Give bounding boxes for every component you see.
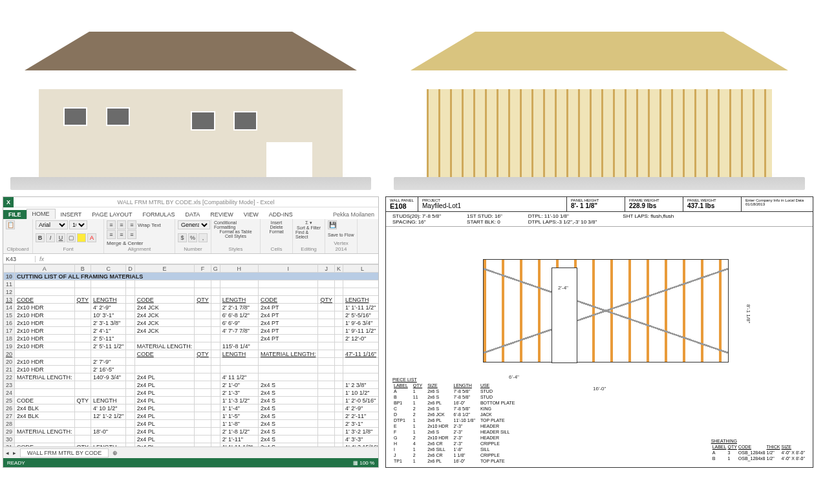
cond-fmt-button[interactable]: Conditional Formatting	[214, 220, 257, 229]
tab-data[interactable]: DATA	[180, 210, 206, 219]
worksheet[interactable]: ABCDEFGHIJKL10CUTTING LIST OF ALL FRAMIN…	[3, 264, 378, 446]
piece-list: PIECE LIST LABELQTYSIZELENGTHUSEA12x6 S7…	[392, 377, 520, 465]
currency-button[interactable]: $	[178, 233, 187, 242]
group-alignment: Alignment	[107, 246, 172, 252]
sheet-tab[interactable]: WALL FRM MTRL BY CODE	[20, 448, 109, 457]
tab-addins[interactable]: ADD-INS	[264, 210, 298, 219]
excel-doc-title: WALL FRM MTRL BY CODE.xls [Compatibility…	[14, 199, 378, 205]
drawing-date: 01/18/2013	[745, 202, 809, 206]
formula-input[interactable]	[48, 255, 378, 264]
sheet-nav-prev[interactable]: ◂	[6, 450, 9, 456]
drawing-info-row: STUDS(20): 7'-8 5/8"SPACING: 16" 1ST STU…	[386, 212, 813, 227]
frame-weight: 228.9 lbs	[629, 202, 656, 209]
view-normal-button[interactable]: ▦	[353, 460, 358, 466]
elevation-canvas: 16'-0" 8'-1 1/8" 2'-4" 6'-4" PIECE LIST …	[386, 227, 813, 467]
bold-button[interactable]: B	[36, 233, 45, 242]
border-button[interactable]: ▢	[67, 233, 76, 242]
zoom-level[interactable]: 100 %	[359, 460, 374, 466]
paste-button[interactable]: 📋	[6, 220, 15, 229]
status-text: READY	[7, 460, 25, 466]
excel-user[interactable]: Pekka Moilanen	[329, 210, 378, 219]
group-vertex: Vertex 2014	[328, 240, 354, 252]
fill-color-button[interactable]	[77, 233, 86, 242]
wrap-text-button[interactable]: Wrap Text	[138, 222, 161, 228]
number-format-select[interactable]: General	[178, 220, 210, 229]
align-center-button[interactable]: ≡	[117, 230, 126, 239]
underline-button[interactable]: U	[56, 233, 65, 242]
tab-pagelayout[interactable]: PAGE LAYOUT	[87, 210, 137, 219]
save-to-flow-button[interactable]: 💾	[328, 220, 337, 229]
align-bot-button[interactable]: ≡	[127, 220, 136, 229]
excel-titlebar: X WALL FRM MTRL BY CODE.xls [Compatibili…	[3, 197, 378, 207]
dim-width: 16'-0"	[593, 386, 606, 392]
fmt-table-button[interactable]: Format as Table	[219, 229, 252, 234]
group-styles: Styles	[214, 246, 257, 252]
drawing-titleblock: WALL PANEL E108 PROJECT Mayfiled-Lot1 PA…	[386, 197, 813, 212]
dim-door: 2'-4"	[558, 285, 568, 291]
insert-button[interactable]: Insert	[271, 220, 283, 225]
align-mid-button[interactable]: ≡	[117, 220, 126, 229]
font-color-button[interactable]: A	[87, 233, 96, 242]
group-font: Font	[36, 246, 101, 252]
project-name: Mayfiled-Lot1	[422, 202, 461, 209]
sheet-add-button[interactable]: ⊕	[112, 450, 118, 456]
panel-weight: 437.1 lbs	[687, 202, 714, 209]
group-clipboard: Clipboard	[6, 246, 30, 252]
tab-review[interactable]: REVIEW	[205, 210, 239, 219]
align-right-button[interactable]: ≡	[127, 230, 136, 239]
dim-height: 8'-1 1/8"	[745, 304, 751, 323]
name-box[interactable]: K43	[3, 256, 36, 262]
font-name-select[interactable]: Arial	[36, 220, 68, 229]
panel-height: 8'- 1 1/8"	[571, 202, 597, 209]
percent-button[interactable]: %	[188, 233, 197, 242]
sheathing-list: SHEATHING LABELQTYCODETHICKSIZEA3OSB_128…	[711, 439, 806, 462]
wall-panel-id: E108	[390, 202, 407, 210]
formula-bar: K43 fx	[3, 254, 378, 264]
italic-button[interactable]: I	[46, 233, 55, 242]
find-button[interactable]: Find & Select	[295, 230, 322, 239]
tab-insert[interactable]: INSERT	[56, 210, 87, 219]
format-button[interactable]: Format	[269, 229, 283, 234]
align-left-button[interactable]: ≡	[107, 230, 116, 239]
merge-button[interactable]: Merge & Center	[107, 240, 143, 246]
tab-home[interactable]: HOME	[27, 209, 56, 219]
door-opening	[552, 268, 577, 363]
sheet-nav-next[interactable]: ▸	[13, 450, 16, 456]
tab-file[interactable]: FILE	[3, 210, 27, 219]
sort-button[interactable]: Sort & Filter	[297, 226, 321, 230]
font-size-select[interactable]: 10	[69, 220, 87, 229]
ribbon-tabs: FILE HOME INSERT PAGE LAYOUT FORMULAS DA…	[3, 207, 378, 219]
group-number: Number	[178, 246, 208, 252]
fx-icon[interactable]: fx	[36, 256, 48, 262]
tab-view[interactable]: VIEW	[239, 210, 264, 219]
group-cells: Cells	[263, 246, 290, 252]
comma-button[interactable]: ,	[198, 233, 208, 242]
excel-window: X WALL FRM MTRL BY CODE.xls [Compatibili…	[3, 196, 379, 468]
cell-styles-button[interactable]: Cell Styles	[225, 234, 246, 238]
delete-button[interactable]: Delete	[270, 225, 283, 229]
excel-icon: X	[3, 197, 14, 207]
group-editing: Editing	[295, 246, 322, 252]
align-top-button[interactable]: ≡	[107, 220, 116, 229]
wall-elevation	[483, 259, 729, 362]
shop-drawing: WALL PANEL E108 PROJECT Mayfiled-Lot1 PA…	[385, 196, 813, 468]
house-render-finished	[3, 3, 379, 190]
tab-formulas[interactable]: FORMULAS	[138, 210, 180, 219]
house-render-framing	[385, 3, 813, 190]
ribbon-body: 📋 Clipboard Arial 10 B I U ▢ A Font	[3, 219, 378, 254]
